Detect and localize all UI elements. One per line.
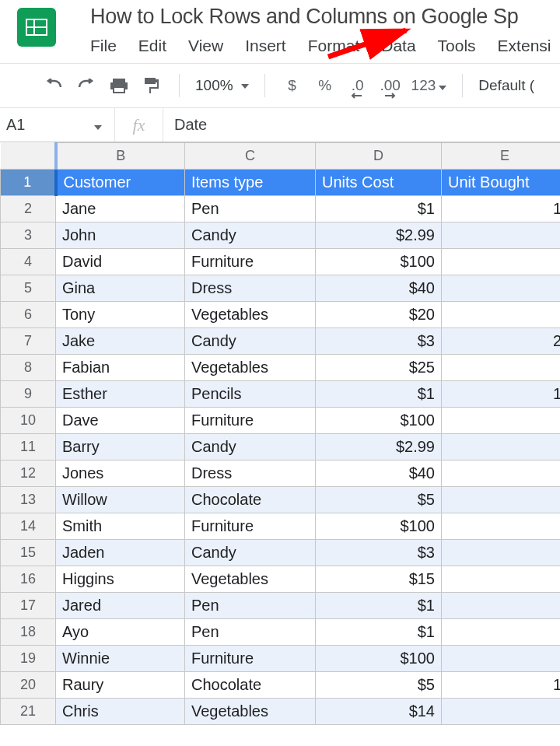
row-header-9[interactable]: 9 xyxy=(1,381,56,408)
cell-D1[interactable]: Units Cost xyxy=(316,170,442,196)
column-header-C[interactable]: C xyxy=(185,143,316,170)
cell-D17[interactable]: $1 xyxy=(316,593,442,619)
cell-E6[interactable] xyxy=(442,302,561,328)
format-percent-button[interactable]: % xyxy=(313,74,337,97)
cell-B14[interactable]: Smith xyxy=(56,513,185,540)
menu-edit[interactable]: Edit xyxy=(128,35,177,57)
cell-D10[interactable]: $100 xyxy=(316,408,442,434)
cell-D3[interactable]: $2.99 xyxy=(316,222,442,249)
row-header-4[interactable]: 4 xyxy=(1,249,56,275)
cell-B2[interactable]: Jane xyxy=(56,196,185,222)
cell-E10[interactable] xyxy=(442,408,561,434)
cell-C11[interactable]: Candy xyxy=(185,434,316,461)
cell-E3[interactable] xyxy=(442,222,561,249)
cell-B10[interactable]: Dave xyxy=(56,408,185,434)
cell-D8[interactable]: $25 xyxy=(316,355,442,381)
column-header-D[interactable]: D xyxy=(316,143,442,170)
cell-D6[interactable]: $20 xyxy=(316,302,442,328)
cell-C9[interactable]: Pencils xyxy=(185,381,316,408)
cell-D12[interactable]: $40 xyxy=(316,461,442,487)
cell-E8[interactable] xyxy=(442,355,561,381)
row-header-19[interactable]: 19 xyxy=(1,646,56,672)
row-header-5[interactable]: 5 xyxy=(1,275,56,302)
cell-B7[interactable]: Jake xyxy=(56,328,185,355)
cell-D21[interactable]: $14 xyxy=(316,699,442,725)
font-dropdown[interactable]: Default ( xyxy=(478,74,534,97)
document-title[interactable]: How to Lock Rows and Columns on Google S… xyxy=(65,3,560,29)
cell-D5[interactable]: $40 xyxy=(316,275,442,302)
cell-B8[interactable]: Fabian xyxy=(56,355,185,381)
cell-E19[interactable] xyxy=(442,646,561,672)
cell-E20[interactable]: 1 xyxy=(442,672,561,699)
row-header-7[interactable]: 7 xyxy=(1,328,56,355)
row-header-16[interactable]: 16 xyxy=(1,566,56,593)
cell-B13[interactable]: Willow xyxy=(56,487,185,513)
cell-C17[interactable]: Pen xyxy=(185,593,316,619)
cell-C21[interactable]: Vegetables xyxy=(185,699,316,725)
menu-tools[interactable]: Tools xyxy=(427,35,487,57)
row-header-14[interactable]: 14 xyxy=(1,513,56,540)
column-header-B[interactable]: B xyxy=(56,143,185,170)
cell-D15[interactable]: $3 xyxy=(316,540,442,566)
row-header-17[interactable]: 17 xyxy=(1,593,56,619)
cell-D7[interactable]: $3 xyxy=(316,328,442,355)
cell-C20[interactable]: Chocolate xyxy=(185,672,316,699)
select-all-corner[interactable] xyxy=(1,143,56,170)
row-header-12[interactable]: 12 xyxy=(1,461,56,487)
cell-C3[interactable]: Candy xyxy=(185,222,316,249)
cell-B20[interactable]: Raury xyxy=(56,672,185,699)
spreadsheet-grid[interactable]: B C D E 1CustomerItems typeUnits CostUni… xyxy=(0,142,560,725)
cell-C12[interactable]: Dress xyxy=(185,461,316,487)
row-header-15[interactable]: 15 xyxy=(1,540,56,566)
cell-C19[interactable]: Furniture xyxy=(185,646,316,672)
cell-E7[interactable]: 2 xyxy=(442,328,561,355)
row-header-8[interactable]: 8 xyxy=(1,355,56,381)
zoom-dropdown[interactable]: 100% xyxy=(195,74,249,97)
cell-E18[interactable] xyxy=(442,619,561,646)
cell-B3[interactable]: John xyxy=(56,222,185,249)
cell-B19[interactable]: Winnie xyxy=(56,646,185,672)
cell-E1[interactable]: Unit Bought xyxy=(442,170,561,196)
row-header-13[interactable]: 13 xyxy=(1,487,56,513)
row-header-10[interactable]: 10 xyxy=(1,408,56,434)
cell-C13[interactable]: Chocolate xyxy=(185,487,316,513)
sheets-logo[interactable] xyxy=(8,3,65,47)
row-header-2[interactable]: 2 xyxy=(1,196,56,222)
row-header-1[interactable]: 1 xyxy=(1,170,56,196)
row-header-18[interactable]: 18 xyxy=(1,619,56,646)
cell-D20[interactable]: $5 xyxy=(316,672,442,699)
cell-B15[interactable]: Jaden xyxy=(56,540,185,566)
cell-D11[interactable]: $2.99 xyxy=(316,434,442,461)
decrease-decimal-button[interactable]: .0 xyxy=(346,74,369,97)
cell-C18[interactable]: Pen xyxy=(185,619,316,646)
cell-C5[interactable]: Dress xyxy=(185,275,316,302)
cell-E13[interactable] xyxy=(442,487,561,513)
menu-format[interactable]: Format xyxy=(297,35,371,57)
cell-E15[interactable] xyxy=(442,540,561,566)
cell-C10[interactable]: Furniture xyxy=(185,408,316,434)
column-header-E[interactable]: E xyxy=(442,143,561,170)
name-box[interactable]: A1 xyxy=(0,108,115,142)
cell-C15[interactable]: Candy xyxy=(185,540,316,566)
cell-C2[interactable]: Pen xyxy=(185,196,316,222)
cell-D2[interactable]: $1 xyxy=(316,196,442,222)
cell-C7[interactable]: Candy xyxy=(185,328,316,355)
cell-D16[interactable]: $15 xyxy=(316,566,442,593)
cell-B16[interactable]: Higgins xyxy=(56,566,185,593)
increase-decimal-button[interactable]: .00 xyxy=(379,74,402,97)
cell-C6[interactable]: Vegetables xyxy=(185,302,316,328)
cell-C14[interactable]: Furniture xyxy=(185,513,316,540)
cell-B12[interactable]: Jones xyxy=(56,461,185,487)
formula-input[interactable] xyxy=(163,108,560,142)
cell-B9[interactable]: Esther xyxy=(56,381,185,408)
cell-B4[interactable]: David xyxy=(56,249,185,275)
cell-E9[interactable]: 1 xyxy=(442,381,561,408)
menu-file[interactable]: File xyxy=(65,35,128,57)
row-header-6[interactable]: 6 xyxy=(1,302,56,328)
menu-view[interactable]: View xyxy=(177,35,234,57)
cell-C16[interactable]: Vegetables xyxy=(185,566,316,593)
row-header-11[interactable]: 11 xyxy=(1,434,56,461)
cell-B5[interactable]: Gina xyxy=(56,275,185,302)
cell-B18[interactable]: Ayo xyxy=(56,619,185,646)
menu-data[interactable]: Data xyxy=(370,35,426,57)
